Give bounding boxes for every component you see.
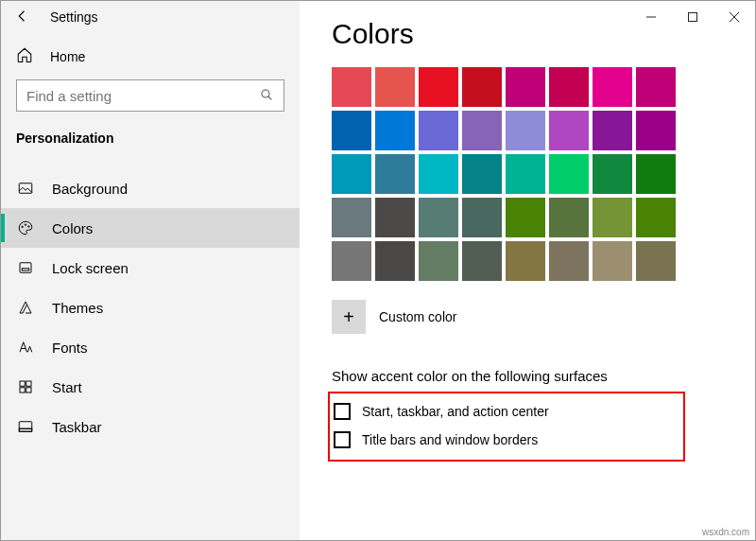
svg-rect-9	[20, 388, 25, 393]
sidebar: Settings Home Personalization Background	[1, 1, 300, 540]
color-swatch[interactable]	[375, 154, 415, 194]
color-swatch[interactable]	[462, 111, 502, 150]
start-icon	[16, 378, 35, 395]
nav-item-label: Taskbar	[52, 419, 102, 435]
color-swatch[interactable]	[332, 111, 371, 150]
nav-item-label: Themes	[52, 300, 103, 316]
color-swatch[interactable]	[506, 67, 545, 107]
color-swatch[interactable]	[419, 198, 458, 237]
svg-rect-10	[26, 388, 31, 393]
color-palette	[332, 67, 676, 281]
color-swatch[interactable]	[375, 198, 415, 237]
color-swatch[interactable]	[462, 67, 502, 107]
back-button[interactable]	[14, 8, 31, 27]
color-swatch[interactable]	[549, 111, 589, 150]
nav-item-label: Background	[52, 181, 128, 197]
color-swatch[interactable]	[636, 67, 676, 107]
color-swatch[interactable]	[462, 241, 502, 281]
nav-item-themes[interactable]: Themes	[1, 288, 300, 327]
color-swatch[interactable]	[549, 67, 589, 107]
color-swatch[interactable]	[375, 67, 415, 107]
nav-item-lock-screen[interactable]: Lock screen	[1, 248, 300, 288]
fonts-icon	[16, 339, 35, 356]
color-swatch[interactable]	[506, 198, 545, 237]
color-swatch[interactable]	[636, 154, 676, 194]
nav-home[interactable]: Home	[1, 33, 300, 76]
color-swatch[interactable]	[419, 111, 458, 150]
svg-point-3	[25, 224, 26, 226]
checkbox-label: Title bars and window borders	[362, 432, 538, 447]
color-swatch[interactable]	[419, 154, 458, 194]
nav-item-taskbar[interactable]: Taskbar	[1, 407, 300, 446]
watermark: wsxdn.com	[702, 527, 749, 537]
nav-item-fonts[interactable]: Fonts	[1, 327, 300, 367]
color-swatch[interactable]	[375, 241, 415, 281]
nav-item-colors[interactable]: Colors	[1, 208, 300, 248]
custom-color-button[interactable]: +	[332, 300, 366, 334]
close-button[interactable]	[713, 1, 755, 33]
window-title: Settings	[50, 9, 98, 25]
nav-home-label: Home	[50, 49, 85, 64]
color-swatch[interactable]	[549, 154, 589, 194]
plus-icon: +	[343, 306, 354, 328]
color-swatch[interactable]	[636, 111, 676, 150]
taskbar-icon	[16, 418, 35, 435]
color-swatch[interactable]	[593, 67, 632, 107]
maximize-button[interactable]	[672, 1, 713, 33]
color-swatch[interactable]	[506, 111, 545, 150]
checkbox-icon	[334, 403, 351, 420]
color-swatch[interactable]	[419, 67, 458, 107]
accent-surfaces-label: Show accent color on the following surfa…	[332, 368, 755, 384]
search-icon	[259, 87, 274, 105]
color-swatch[interactable]	[375, 111, 415, 150]
custom-color-label: Custom color	[379, 309, 456, 324]
nav-item-label: Lock screen	[52, 260, 129, 276]
svg-rect-7	[20, 381, 25, 386]
home-icon	[16, 46, 33, 66]
search-box[interactable]	[16, 79, 284, 112]
svg-rect-6	[22, 269, 29, 270]
checkbox-icon	[334, 431, 351, 448]
lockscreen-icon	[16, 259, 35, 276]
color-swatch[interactable]	[332, 154, 371, 194]
nav-item-background[interactable]: Background	[1, 168, 300, 208]
picture-icon	[16, 180, 35, 197]
palette-icon	[16, 219, 35, 236]
content-pane: Colors + Custom color Show accent color …	[300, 1, 755, 540]
themes-icon	[16, 299, 35, 316]
color-swatch[interactable]	[419, 241, 458, 281]
color-swatch[interactable]	[332, 67, 371, 107]
minimize-button[interactable]	[630, 1, 672, 33]
nav-item-label: Start	[52, 379, 82, 395]
svg-rect-5	[20, 263, 31, 273]
color-swatch[interactable]	[332, 241, 371, 281]
svg-point-2	[22, 226, 24, 228]
nav-item-start[interactable]: Start	[1, 367, 300, 407]
checkbox-label: Start, taskbar, and action center	[362, 404, 549, 419]
color-swatch[interactable]	[593, 154, 632, 194]
color-swatch[interactable]	[593, 198, 632, 237]
nav-item-label: Colors	[52, 220, 93, 236]
svg-point-4	[28, 226, 30, 228]
color-swatch[interactable]	[506, 241, 545, 281]
svg-rect-8	[26, 381, 31, 386]
search-input[interactable]	[26, 88, 259, 104]
check-title-bars[interactable]: Title bars and window borders	[334, 426, 679, 454]
color-swatch[interactable]	[462, 154, 502, 194]
color-swatch[interactable]	[462, 198, 502, 237]
color-swatch[interactable]	[332, 198, 371, 237]
color-swatch[interactable]	[593, 111, 632, 150]
color-swatch[interactable]	[636, 241, 676, 281]
nav-item-label: Fonts	[52, 340, 88, 356]
svg-rect-15	[689, 13, 697, 22]
color-swatch[interactable]	[593, 241, 632, 281]
color-swatch[interactable]	[636, 198, 676, 237]
svg-rect-1	[19, 183, 32, 194]
check-start-taskbar[interactable]: Start, taskbar, and action center	[334, 397, 679, 426]
nav-list: Background Colors Lock screen Themes Fon…	[1, 168, 300, 446]
color-swatch[interactable]	[506, 154, 545, 194]
color-swatch[interactable]	[549, 198, 589, 237]
svg-point-0	[262, 90, 269, 97]
color-swatch[interactable]	[549, 241, 589, 281]
section-label: Personalization	[1, 112, 300, 157]
